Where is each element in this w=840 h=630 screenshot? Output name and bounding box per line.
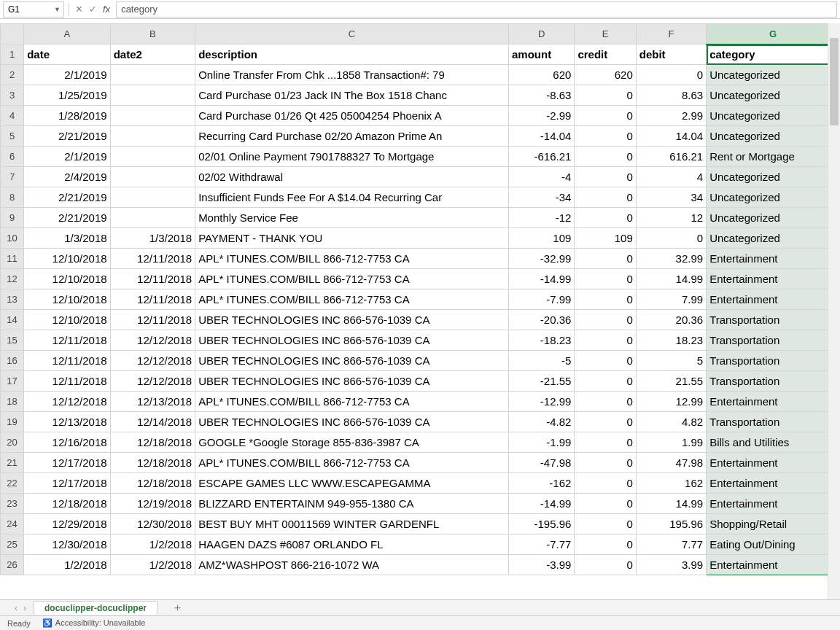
cell[interactable]: 12/11/2018 [24, 330, 111, 351]
row-header[interactable]: 17 [1, 371, 24, 392]
cell[interactable]: 0 [575, 473, 636, 494]
cell[interactable]: -162 [508, 473, 574, 494]
worksheet-grid[interactable]: ABCDEFG 1datedate2descriptionamountcredi… [0, 23, 840, 575]
fx-icon[interactable]: fx [103, 4, 110, 15]
cell[interactable]: 0 [575, 432, 636, 453]
cell[interactable]: GOOGLE *Google Storage 855-836-3987 CA [195, 432, 509, 453]
cell[interactable]: 620 [508, 65, 574, 85]
column-header-G[interactable]: G [707, 24, 840, 44]
cell[interactable]: Rent or Mortgage [707, 147, 840, 167]
scrollbar-thumb[interactable] [830, 38, 839, 125]
cell[interactable]: Entertainment [707, 453, 840, 473]
cell[interactable]: 2/1/2019 [24, 147, 111, 167]
cell[interactable]: 12/29/2018 [24, 514, 111, 534]
column-header-A[interactable]: A [24, 24, 111, 44]
cell[interactable]: 12/13/2018 [110, 392, 195, 412]
cell[interactable]: -47.98 [508, 453, 574, 473]
cell[interactable]: Transportation [707, 371, 840, 392]
cell[interactable]: 0 [575, 310, 636, 330]
cell[interactable]: 0 [575, 330, 636, 351]
cell[interactable]: -21.55 [508, 371, 574, 392]
cell[interactable]: 2.99 [636, 106, 706, 126]
cell[interactable]: Bills and Utilities [707, 432, 840, 453]
cell[interactable]: APL* ITUNES.COM/BILL 866-712-7753 CA [195, 289, 509, 310]
row-header[interactable]: 5 [1, 126, 24, 147]
cell[interactable] [110, 147, 195, 167]
cell[interactable]: 12/10/2018 [24, 269, 111, 289]
cell[interactable]: -4 [508, 167, 574, 187]
cell[interactable]: -34 [508, 187, 574, 208]
cell-A1[interactable]: date [24, 44, 111, 65]
cell[interactable]: 0 [575, 371, 636, 392]
row-header[interactable]: 20 [1, 432, 24, 453]
row-header[interactable]: 12 [1, 269, 24, 289]
cell[interactable]: 12/12/2018 [110, 330, 195, 351]
cell[interactable]: 5 [636, 351, 706, 371]
row-header[interactable]: 1 [1, 44, 24, 65]
cell[interactable]: Transportation [707, 351, 840, 371]
cell[interactable]: 12/10/2018 [24, 249, 111, 269]
cell[interactable]: Uncategorized [707, 228, 840, 249]
cell[interactable]: 12/30/2018 [110, 514, 195, 534]
cell[interactable]: Monthly Service Fee [195, 208, 509, 228]
cell[interactable]: 7.99 [636, 289, 706, 310]
cell[interactable]: HAAGEN DAZS #6087 ORLANDO FL [195, 534, 509, 555]
cell[interactable] [110, 167, 195, 187]
cell[interactable]: 12/19/2018 [110, 494, 195, 514]
cell[interactable]: 8.63 [636, 85, 706, 106]
accept-icon[interactable]: ✓ [89, 4, 97, 15]
cell[interactable]: Transportation [707, 330, 840, 351]
cell[interactable]: Transportation [707, 310, 840, 330]
cell[interactable]: 616.21 [636, 147, 706, 167]
row-header[interactable]: 3 [1, 85, 24, 106]
cell[interactable]: 0 [575, 412, 636, 432]
cell[interactable]: 0 [575, 494, 636, 514]
cell[interactable]: 0 [575, 514, 636, 534]
cell[interactable]: -18.23 [508, 330, 574, 351]
cell[interactable]: 195.96 [636, 514, 706, 534]
cell[interactable]: 12/11/2018 [110, 289, 195, 310]
cell[interactable]: APL* ITUNES.COM/BILL 866-712-7753 CA [195, 249, 509, 269]
cell[interactable]: 12/11/2018 [24, 351, 111, 371]
cell[interactable] [110, 85, 195, 106]
cell[interactable]: 12/11/2018 [110, 249, 195, 269]
cell[interactable]: 2/4/2019 [24, 167, 111, 187]
cell[interactable]: -2.99 [508, 106, 574, 126]
cell[interactable]: 12/16/2018 [24, 432, 111, 453]
cell[interactable]: -14.99 [508, 494, 574, 514]
cell[interactable]: 0 [575, 392, 636, 412]
cell[interactable]: 109 [508, 228, 574, 249]
column-header-C[interactable]: C [195, 24, 509, 44]
cell[interactable]: Card Purchase 01/23 Jack IN The Box 1518… [195, 85, 509, 106]
cell[interactable]: 14.04 [636, 126, 706, 147]
column-header-F[interactable]: F [636, 24, 706, 44]
cell[interactable]: 34 [636, 187, 706, 208]
cell[interactable]: -12 [508, 208, 574, 228]
cell[interactable]: 2/21/2019 [24, 126, 111, 147]
cell[interactable]: APL* ITUNES.COM/BILL 866-712-7753 CA [195, 269, 509, 289]
cell[interactable]: 1/25/2019 [24, 85, 111, 106]
cell[interactable]: 12/30/2018 [24, 534, 111, 555]
cell[interactable]: Uncategorized [707, 126, 840, 147]
cell[interactable] [110, 187, 195, 208]
cell[interactable]: 0 [575, 534, 636, 555]
cell[interactable]: 12/12/2018 [24, 392, 111, 412]
cell[interactable]: Entertainment [707, 473, 840, 494]
row-header[interactable]: 22 [1, 473, 24, 494]
cell[interactable]: -20.36 [508, 310, 574, 330]
cell[interactable]: 14.99 [636, 269, 706, 289]
row-header[interactable]: 16 [1, 351, 24, 371]
cell[interactable]: 1/2/2018 [110, 555, 195, 575]
row-header[interactable]: 15 [1, 330, 24, 351]
cell-D1[interactable]: amount [508, 44, 574, 65]
cell[interactable]: 4 [636, 167, 706, 187]
cell-G1[interactable]: category [707, 44, 840, 65]
cell[interactable]: 12/18/2018 [110, 432, 195, 453]
cell[interactable]: Entertainment [707, 269, 840, 289]
cell[interactable]: BLIZZARD ENTERTAINM 949-955-1380 CA [195, 494, 509, 514]
cell[interactable]: -7.99 [508, 289, 574, 310]
cell[interactable]: 12.99 [636, 392, 706, 412]
cell[interactable]: 1/2/2018 [24, 555, 111, 575]
row-header[interactable]: 10 [1, 228, 24, 249]
cell[interactable]: Entertainment [707, 494, 840, 514]
